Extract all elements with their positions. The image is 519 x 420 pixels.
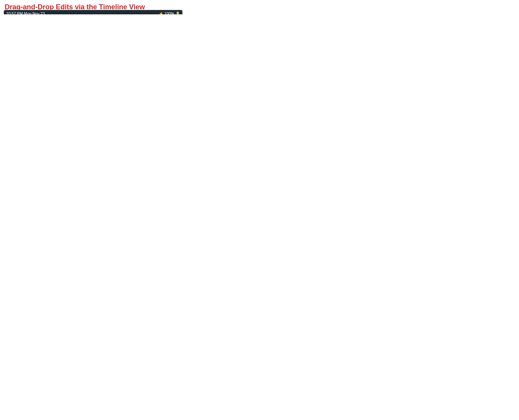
status-bar: 10:57 PM Mon Nov 23 ⚡ 100% 🔋 (4, 10, 182, 14)
instructions: Within the Timeline view, a User can eas… (194, 14, 396, 14)
device-screenshot-1: 10:57 PM Mon Nov 23 ⚡ 100% 🔋 ⚙ 🔔 📋 🗺 👤 🔗… (4, 10, 182, 14)
